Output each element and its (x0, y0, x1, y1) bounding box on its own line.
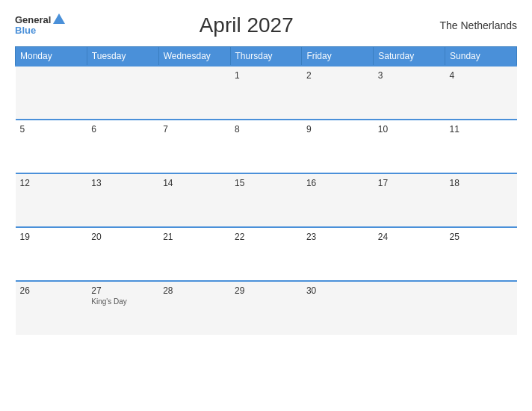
header-wednesday: Wednesday (158, 47, 230, 67)
day-number: 13 (91, 178, 154, 188)
calendar-week-row: 2627King's Day282930 (16, 281, 517, 335)
calendar-cell: 23 (302, 227, 374, 281)
day-number: 14 (163, 178, 226, 188)
calendar-cell: 26 (16, 281, 87, 335)
day-number: 5 (20, 124, 83, 135)
day-number: 2 (306, 70, 369, 81)
day-number: 22 (235, 232, 297, 242)
calendar-cell: 3 (374, 66, 445, 120)
day-number: 17 (378, 178, 441, 188)
day-number: 6 (91, 124, 154, 135)
logo-blue: Blue (15, 25, 36, 36)
calendar-cell: 10 (374, 120, 445, 173)
calendar-cell: 1 (230, 66, 302, 120)
calendar-cell: 16 (302, 173, 374, 227)
day-number: 28 (163, 285, 226, 296)
calendar-cell: 6 (87, 120, 158, 173)
day-number: 8 (235, 124, 297, 135)
calendar-week-row: 12131415161718 (16, 173, 517, 227)
calendar-cell: 25 (445, 227, 517, 281)
calendar-cell: 29 (230, 281, 302, 335)
calendar-cell (374, 281, 445, 335)
day-number: 29 (235, 285, 297, 296)
day-number: 9 (306, 124, 369, 135)
header-saturday: Saturday (374, 47, 445, 67)
day-number: 15 (235, 178, 297, 188)
calendar-cell: 12 (16, 173, 87, 227)
calendar-title: April 2027 (65, 13, 427, 37)
calendar-cell: 5 (16, 120, 87, 173)
calendar-cell: 22 (230, 227, 302, 281)
calendar-cell: 28 (158, 281, 230, 335)
weekday-header-row: Monday Tuesday Wednesday Thursday Friday… (16, 47, 517, 67)
calendar-cell: 7 (158, 120, 230, 173)
header-tuesday: Tuesday (87, 47, 158, 67)
day-number: 1 (235, 70, 297, 81)
day-number: 10 (378, 124, 441, 135)
header-monday: Monday (16, 47, 87, 67)
day-number: 12 (20, 178, 83, 188)
day-number: 26 (20, 285, 83, 296)
day-number: 7 (163, 124, 226, 135)
day-number: 18 (450, 178, 513, 188)
calendar-cell (445, 281, 517, 335)
calendar-week-row: 567891011 (16, 120, 517, 173)
calendar-cell: 20 (87, 227, 158, 281)
region-label: The Netherlands (427, 19, 517, 31)
day-number: 24 (378, 232, 441, 242)
day-number: 27 (91, 285, 154, 296)
calendar-cell (158, 66, 230, 120)
logo-general: General (15, 15, 51, 25)
calendar-cell: 19 (16, 227, 87, 281)
calendar-cell: 13 (87, 173, 158, 227)
logo-triangle-icon (53, 13, 65, 24)
calendar-cell (16, 66, 87, 120)
calendar-cell: 27King's Day (87, 281, 158, 335)
calendar-cell: 24 (374, 227, 445, 281)
day-number: 3 (378, 70, 441, 81)
day-number: 30 (306, 285, 369, 296)
day-number: 23 (306, 232, 369, 242)
calendar-cell: 14 (158, 173, 230, 227)
header: General Blue April 2027 The Netherlands (15, 13, 517, 37)
calendar-cell: 15 (230, 173, 302, 227)
day-number: 4 (450, 70, 513, 81)
calendar-cell (87, 66, 158, 120)
day-number: 19 (20, 232, 83, 242)
calendar-cell: 9 (302, 120, 374, 173)
calendar-cell: 2 (302, 66, 374, 120)
calendar-cell: 21 (158, 227, 230, 281)
calendar-table: Monday Tuesday Wednesday Thursday Friday… (15, 46, 517, 335)
day-number: 21 (163, 232, 226, 242)
logo-wrapper: General Blue (15, 15, 65, 37)
day-number: 20 (91, 232, 154, 242)
header-thursday: Thursday (230, 47, 302, 67)
logo: General Blue (15, 15, 65, 37)
header-sunday: Sunday (445, 47, 517, 67)
calendar-cell: 4 (445, 66, 517, 120)
calendar-cell: 11 (445, 120, 517, 173)
calendar-cell: 30 (302, 281, 374, 335)
calendar-cell: 18 (445, 173, 517, 227)
calendar-week-row: 19202122232425 (16, 227, 517, 281)
day-event: King's Day (91, 297, 154, 306)
calendar-week-row: 1234 (16, 66, 517, 120)
header-friday: Friday (302, 47, 374, 67)
calendar-cell: 17 (374, 173, 445, 227)
day-number: 25 (450, 232, 513, 242)
calendar-page: General Blue April 2027 The Netherlands … (0, 0, 532, 411)
calendar-cell: 8 (230, 120, 302, 173)
day-number: 16 (306, 178, 369, 188)
day-number: 11 (450, 124, 513, 135)
logo-top-row: General (15, 15, 65, 25)
